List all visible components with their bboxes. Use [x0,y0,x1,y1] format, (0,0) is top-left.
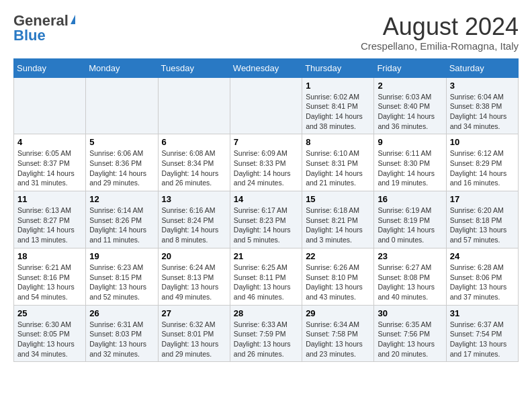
calendar-cell: 1Sunrise: 6:02 AMSunset: 8:41 PMDaylight… [302,77,374,134]
calendar-cell: 11Sunrise: 6:13 AMSunset: 8:27 PMDayligh… [14,191,86,248]
calendar-cell: 12Sunrise: 6:14 AMSunset: 8:26 PMDayligh… [86,191,158,248]
logo-triangle-icon [71,15,75,24]
day-number: 7 [234,137,298,147]
day-info: Sunrise: 6:08 AMSunset: 8:34 PMDaylight:… [162,148,226,188]
day-number: 1 [306,81,370,91]
calendar-cell: 24Sunrise: 6:28 AMSunset: 8:06 PMDayligh… [446,248,518,305]
calendar-cell: 6Sunrise: 6:08 AMSunset: 8:34 PMDaylight… [158,134,230,191]
day-info: Sunrise: 6:35 AMSunset: 7:56 PMDaylight:… [378,320,442,359]
day-info: Sunrise: 6:34 AMSunset: 7:58 PMDaylight:… [306,320,370,359]
day-number: 14 [234,194,298,204]
calendar-cell: 26Sunrise: 6:31 AMSunset: 8:03 PMDayligh… [86,305,158,362]
calendar-cell: 4Sunrise: 6:05 AMSunset: 8:37 PMDaylight… [14,134,86,191]
calendar-cell [86,77,158,134]
calendar-cell: 14Sunrise: 6:17 AMSunset: 8:23 PMDayligh… [230,191,302,248]
calendar-cell: 2Sunrise: 6:03 AMSunset: 8:40 PMDaylight… [374,77,446,134]
day-number: 27 [162,308,226,318]
calendar-cell: 15Sunrise: 6:18 AMSunset: 8:21 PMDayligh… [302,191,374,248]
day-info: Sunrise: 6:12 AMSunset: 8:29 PMDaylight:… [450,148,515,188]
calendar-cell: 7Sunrise: 6:09 AMSunset: 8:33 PMDaylight… [230,134,302,191]
logo: General Blue [13,13,94,44]
day-info: Sunrise: 6:16 AMSunset: 8:24 PMDaylight:… [162,205,226,245]
day-info: Sunrise: 6:19 AMSunset: 8:19 PMDaylight:… [378,205,442,245]
day-header-friday: Friday [374,58,446,77]
day-info: Sunrise: 6:11 AMSunset: 8:30 PMDaylight:… [378,148,442,188]
day-number: 24 [450,251,515,261]
calendar-cell: 30Sunrise: 6:35 AMSunset: 7:56 PMDayligh… [374,305,446,362]
title-area: August 2024 Crespellano, Emilia-Romagna,… [361,13,519,52]
location: Crespellano, Emilia-Romagna, Italy [361,40,519,52]
calendar-week-row: 25Sunrise: 6:30 AMSunset: 8:05 PMDayligh… [14,305,519,362]
calendar-cell: 23Sunrise: 6:27 AMSunset: 8:08 PMDayligh… [374,248,446,305]
logo-blue: Blue [13,27,94,44]
day-info: Sunrise: 6:26 AMSunset: 8:10 PMDaylight:… [306,263,370,302]
day-number: 5 [89,137,154,147]
calendar-cell [158,77,230,134]
day-info: Sunrise: 6:02 AMSunset: 8:41 PMDaylight:… [306,92,370,132]
calendar-header-row: SundayMondayTuesdayWednesdayThursdayFrid… [14,58,519,77]
day-number: 28 [234,308,298,318]
day-info: Sunrise: 6:30 AMSunset: 8:05 PMDaylight:… [17,320,82,359]
calendar-cell [14,77,86,134]
calendar-cell: 8Sunrise: 6:10 AMSunset: 8:31 PMDaylight… [302,134,374,191]
day-number: 26 [89,308,154,318]
calendar-cell: 13Sunrise: 6:16 AMSunset: 8:24 PMDayligh… [158,191,230,248]
day-info: Sunrise: 6:21 AMSunset: 8:16 PMDaylight:… [17,263,82,302]
day-number: 8 [306,137,370,147]
day-number: 13 [162,194,226,204]
day-header-tuesday: Tuesday [158,58,230,77]
day-number: 29 [306,308,370,318]
day-info: Sunrise: 6:06 AMSunset: 8:36 PMDaylight:… [89,148,154,188]
day-info: Sunrise: 6:37 AMSunset: 7:54 PMDaylight:… [450,320,515,359]
day-header-saturday: Saturday [446,58,518,77]
calendar-cell: 17Sunrise: 6:20 AMSunset: 8:18 PMDayligh… [446,191,518,248]
day-header-sunday: Sunday [14,58,86,77]
day-number: 4 [17,137,82,147]
calendar-week-row: 4Sunrise: 6:05 AMSunset: 8:37 PMDaylight… [14,134,519,191]
day-header-wednesday: Wednesday [230,58,302,77]
day-info: Sunrise: 6:32 AMSunset: 8:01 PMDaylight:… [162,320,226,359]
day-info: Sunrise: 6:23 AMSunset: 8:15 PMDaylight:… [89,263,154,302]
logo-general: General [13,13,69,28]
calendar-table: SundayMondayTuesdayWednesdayThursdayFrid… [13,58,519,363]
day-info: Sunrise: 6:14 AMSunset: 8:26 PMDaylight:… [89,205,154,245]
day-number: 10 [450,137,515,147]
calendar-cell: 5Sunrise: 6:06 AMSunset: 8:36 PMDaylight… [86,134,158,191]
day-info: Sunrise: 6:09 AMSunset: 8:33 PMDaylight:… [234,148,298,188]
day-number: 25 [17,308,82,318]
calendar-cell: 28Sunrise: 6:33 AMSunset: 7:59 PMDayligh… [230,305,302,362]
calendar-cell: 31Sunrise: 6:37 AMSunset: 7:54 PMDayligh… [446,305,518,362]
day-number: 6 [162,137,226,147]
calendar-cell: 21Sunrise: 6:25 AMSunset: 8:11 PMDayligh… [230,248,302,305]
calendar-week-row: 18Sunrise: 6:21 AMSunset: 8:16 PMDayligh… [14,248,519,305]
day-number: 16 [378,194,442,204]
day-number: 15 [306,194,370,204]
day-info: Sunrise: 6:10 AMSunset: 8:31 PMDaylight:… [306,148,370,188]
calendar-week-row: 11Sunrise: 6:13 AMSunset: 8:27 PMDayligh… [14,191,519,248]
day-number: 22 [306,251,370,261]
day-number: 31 [450,308,515,318]
day-number: 12 [89,194,154,204]
calendar-week-row: 1Sunrise: 6:02 AMSunset: 8:41 PMDaylight… [14,77,519,134]
calendar-cell: 22Sunrise: 6:26 AMSunset: 8:10 PMDayligh… [302,248,374,305]
day-number: 30 [378,308,442,318]
day-number: 11 [17,194,82,204]
calendar-cell [230,77,302,134]
day-number: 9 [378,137,442,147]
day-info: Sunrise: 6:28 AMSunset: 8:06 PMDaylight:… [450,263,515,302]
day-info: Sunrise: 6:24 AMSunset: 8:13 PMDaylight:… [162,263,226,302]
day-number: 17 [450,194,515,204]
calendar-cell: 3Sunrise: 6:04 AMSunset: 8:38 PMDaylight… [446,77,518,134]
day-info: Sunrise: 6:25 AMSunset: 8:11 PMDaylight:… [234,263,298,302]
day-info: Sunrise: 6:04 AMSunset: 8:38 PMDaylight:… [450,92,515,132]
day-info: Sunrise: 6:05 AMSunset: 8:37 PMDaylight:… [17,148,82,188]
day-number: 19 [89,251,154,261]
day-info: Sunrise: 6:17 AMSunset: 8:23 PMDaylight:… [234,205,298,245]
day-number: 2 [378,81,442,91]
day-info: Sunrise: 6:20 AMSunset: 8:18 PMDaylight:… [450,205,515,245]
calendar-cell: 19Sunrise: 6:23 AMSunset: 8:15 PMDayligh… [86,248,158,305]
calendar-cell: 20Sunrise: 6:24 AMSunset: 8:13 PMDayligh… [158,248,230,305]
day-info: Sunrise: 6:27 AMSunset: 8:08 PMDaylight:… [378,263,442,302]
calendar-cell: 18Sunrise: 6:21 AMSunset: 8:16 PMDayligh… [14,248,86,305]
day-info: Sunrise: 6:31 AMSunset: 8:03 PMDaylight:… [89,320,154,359]
